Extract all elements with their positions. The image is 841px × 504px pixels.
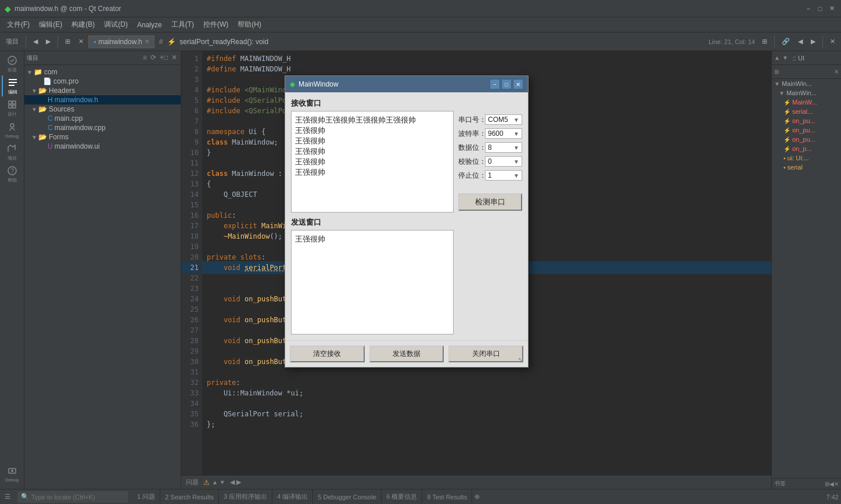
dialog-titlebar: ◆ MainWindow − □ ✕	[285, 76, 528, 92]
send-box[interactable]: 王强很帅	[291, 230, 454, 334]
dialog-title: ◆ MainWindow	[290, 80, 339, 88]
dialog-title-text: MainWindow	[299, 80, 339, 88]
stopbits-value: 1	[488, 171, 492, 179]
resize-handle[interactable]: ⤡	[517, 355, 524, 365]
close-port-button[interactable]: 关闭串口	[448, 345, 523, 362]
databits-value: 8	[488, 143, 492, 152]
databits-label: 数据位：	[458, 143, 483, 153]
ctrl-port: 串口号： COM5 ▼	[458, 114, 522, 125]
dialog-footer: 清空接收 发送数据 关闭串口	[285, 340, 528, 367]
modal-overlay: ◆ MainWindow − □ ✕ 接收窗口 王强很帅王强很帅王强很帅王强很帅…	[0, 0, 841, 504]
port-value: COM5	[488, 116, 508, 124]
ctrl-baud: 波特率： 9600 ▼	[458, 128, 522, 139]
send-label: 发送窗口	[291, 217, 454, 228]
baud-dropdown-icon: ▼	[513, 131, 519, 137]
ctrl-stopbits: 停止位： 1 ▼	[458, 170, 522, 181]
dialog-maximize-button[interactable]: □	[501, 79, 512, 89]
baud-select[interactable]: 9600 ▼	[485, 128, 522, 139]
receive-box[interactable]: 王强很帅王强很帅王强很帅王强很帅 王强很帅 王强很帅 王强很帅 王强很帅 王强很…	[291, 111, 454, 213]
dialog-close-button[interactable]: ✕	[513, 79, 523, 89]
dialog-body: 接收窗口 王强很帅王强很帅王强很帅王强很帅 王强很帅 王强很帅 王强很帅 王强很…	[285, 92, 528, 340]
ctrl-parity: 校验位： 0 ▼	[458, 156, 522, 167]
receive-line4: 王强很帅	[295, 146, 450, 157]
dialog-main-area: 接收窗口 王强很帅王强很帅王强很帅王强很帅 王强很帅 王强很帅 王强很帅 王强很…	[291, 98, 454, 334]
main-window-dialog: ◆ MainWindow − □ ✕ 接收窗口 王强很帅王强很帅王强很帅王强很帅…	[285, 75, 529, 368]
receive-label: 接收窗口	[291, 98, 454, 109]
ctrl-databits: 数据位： 8 ▼	[458, 142, 522, 153]
parity-select[interactable]: 0 ▼	[485, 156, 522, 167]
detect-port-button[interactable]: 检测串口	[458, 193, 522, 211]
databits-dropdown-icon: ▼	[513, 145, 519, 151]
stopbits-dropdown-icon: ▼	[513, 172, 519, 179]
parity-dropdown-icon: ▼	[513, 159, 519, 165]
port-dropdown-icon: ▼	[513, 117, 519, 123]
baud-value: 9600	[488, 129, 504, 138]
baud-label: 波特率：	[458, 129, 483, 139]
receive-line3: 王强很帅	[295, 136, 450, 146]
receive-line6: 王强很帅	[295, 167, 450, 178]
dialog-win-controls: − □ ✕	[490, 79, 523, 89]
stopbits-label: 停止位：	[458, 171, 483, 181]
dialog-minimize-button[interactable]: −	[490, 79, 500, 89]
dialog-content-row: 接收窗口 王强很帅王强很帅王强很帅王强很帅 王强很帅 王强很帅 王强很帅 王强很…	[291, 98, 522, 334]
parity-label: 校验位：	[458, 157, 483, 167]
databits-select[interactable]: 8 ▼	[485, 142, 522, 153]
receive-line1: 王强很帅王强很帅王强很帅王强很帅	[295, 115, 450, 125]
dialog-icon: ◆	[290, 80, 295, 88]
send-data-button[interactable]: 发送数据	[369, 345, 444, 362]
send-content: 王强很帅	[295, 234, 450, 244]
detect-btn-container: 检测串口	[458, 193, 522, 211]
receive-line2: 王强很帅	[295, 125, 450, 136]
stopbits-select[interactable]: 1 ▼	[485, 170, 522, 181]
port-label: 串口号：	[458, 115, 483, 125]
clear-receive-button[interactable]: 清空接收	[290, 345, 365, 362]
receive-line5: 王强很帅	[295, 157, 450, 167]
parity-value: 0	[488, 157, 492, 165]
port-select[interactable]: COM5 ▼	[485, 114, 522, 125]
dialog-side-controls: 串口号： COM5 ▼ 波特率： 9600 ▼	[458, 98, 522, 334]
